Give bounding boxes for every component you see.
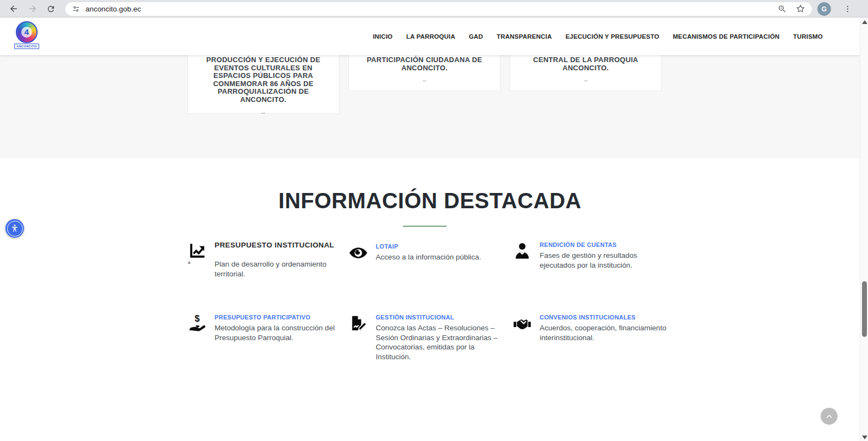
forward-icon[interactable] — [26, 2, 39, 15]
nav-item-mecanismos-de-participacion[interactable]: MECANISMOS DE PARTICIPACIÓN — [673, 33, 780, 40]
chevron-up-icon — [826, 413, 833, 420]
browser-toolbar: anconcito.gob.ec G — [0, 0, 868, 17]
svg-text:$: $ — [194, 314, 199, 323]
nav-item-la-parroquia[interactable]: LA PARROQUIA — [406, 33, 455, 40]
feature-presupuesto-participativo: $ PRESUPUESTO PARTICIPATIVO Metodología … — [187, 314, 350, 342]
news-card-meta: – — [520, 77, 651, 84]
address-bar[interactable]: anconcito.gob.ec — [65, 2, 812, 16]
reload-icon[interactable] — [44, 2, 57, 15]
news-card-title[interactable]: PARTICIPACIÓN CIUDADANA DE ANCONCITO. — [359, 56, 490, 72]
scrollbar-thumb[interactable] — [862, 281, 867, 337]
eye-icon — [349, 243, 368, 263]
handshake-icon — [512, 314, 532, 334]
nav-item-gad[interactable]: GAD — [469, 33, 483, 40]
bookmark-star-icon[interactable] — [794, 2, 807, 15]
site-header: ANCONCITO INICIO LA PARROQUIA GAD TRANSP… — [0, 17, 860, 55]
line-chart-icon: a — [187, 241, 207, 261]
businessman-icon — [512, 241, 532, 261]
feature-title[interactable]: GESTIÓN INSTITUCIONAL — [376, 314, 511, 321]
logo-emblem-icon — [16, 21, 38, 43]
feature-rendicion-de-cuentas: RENDICIÓN DE CUENTAS Fases de gestión y … — [512, 241, 675, 270]
menu-dots-icon[interactable] — [841, 2, 854, 15]
feature-description: Fases de gestión y resultados ejecutados… — [540, 251, 675, 270]
news-card-meta: – — [359, 77, 490, 84]
feature-title[interactable]: PRESUPUESTO PARTICIPATIVO — [215, 314, 350, 321]
nav-item-turismo[interactable]: TURISMO — [793, 33, 823, 40]
feature-description: Conozca las Actas – Resoluciones – Sesió… — [376, 323, 511, 361]
feature-presupuesto-institucional: a PRESUPUESTO INSTITUCIONAL Plan de desa… — [187, 241, 350, 279]
news-card-title[interactable]: CENTRAL DE LA PARROQUIA ANCONCITO. — [520, 56, 651, 72]
scrollbar-down-arrow-icon[interactable] — [862, 436, 867, 439]
feature-lotaip: LOTAIP Acceso a la información pública. — [349, 243, 511, 263]
hand-dollar-icon: $ — [187, 314, 207, 334]
news-card-title[interactable]: PRODUCCIÓN Y EJECUCIÓN DE EVENTOS CULTUR… — [198, 56, 329, 104]
feature-description: Acceso a la información pública. — [376, 252, 511, 262]
scroll-to-top-button[interactable] — [821, 408, 838, 425]
feature-title[interactable]: CONVENIOS INSTITUCIONALES — [540, 314, 675, 321]
page-scrollbar[interactable] — [860, 17, 868, 441]
logo-label: ANCONCITO — [14, 44, 39, 49]
news-card[interactable]: PRODUCCIÓN Y EJECUCIÓN DE EVENTOS CULTUR… — [187, 47, 339, 114]
profile-avatar[interactable]: G — [817, 2, 831, 16]
heading-underline — [403, 226, 447, 227]
nav-item-inicio[interactable]: INICIO — [373, 33, 393, 40]
feature-title[interactable]: PRESUPUESTO INSTITUCIONAL — [215, 241, 350, 249]
feature-description: Plan de desarrollo y ordenamiento territ… — [215, 259, 350, 279]
feature-description: Metodología para la construcción del Pre… — [215, 323, 350, 342]
site-settings-icon[interactable] — [72, 5, 80, 13]
accessibility-person-icon — [9, 223, 20, 234]
feature-description: Acuerdos, cooperación, financiamiento in… — [540, 323, 675, 342]
nav-item-transparencia[interactable]: TRANSPARENCIA — [497, 33, 552, 40]
feature-title[interactable]: LOTAIP — [376, 243, 511, 250]
url-text[interactable]: anconcito.gob.ec — [85, 5, 141, 13]
icon-caption: a — [188, 260, 190, 265]
accessibility-widget-button[interactable] — [5, 219, 24, 238]
feature-gestion-institucional: GESTIÓN INSTITUCIONAL Conozca las Actas … — [349, 314, 511, 361]
back-icon[interactable] — [7, 2, 20, 15]
document-edit-icon — [349, 314, 368, 334]
feature-convenios-institucionales: CONVENIOS INSTITUCIONALES Acuerdos, coop… — [512, 314, 675, 342]
zoom-out-icon[interactable] — [775, 2, 788, 15]
featured-section-title: INFORMACIÓN DESTACADA — [0, 189, 860, 213]
news-card-meta: – — [198, 109, 329, 117]
main-navigation: INICIO LA PARROQUIA GAD TRANSPARENCIA EJ… — [373, 17, 823, 55]
site-logo[interactable]: ANCONCITO — [14, 21, 39, 49]
nav-item-ejecucion-y-presupuesto[interactable]: EJECUCIÓN Y PRESUPUESTO — [566, 33, 659, 40]
scrollbar-up-arrow-icon[interactable] — [862, 20, 867, 24]
feature-title[interactable]: RENDICIÓN DE CUENTAS — [540, 241, 675, 248]
